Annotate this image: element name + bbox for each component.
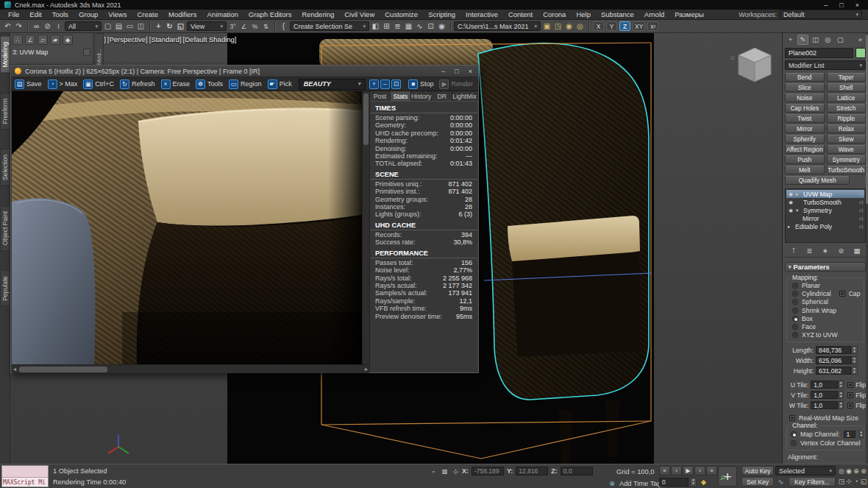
go-to-end-icon[interactable]: » <box>706 466 717 475</box>
modifier-button[interactable]: Push <box>785 155 825 164</box>
zoom-region-icon[interactable]: ◳ <box>838 476 845 486</box>
map-channel-row[interactable]: Map Channel: 1 <box>791 429 864 439</box>
named-selection-set-dropdown[interactable]: Create Selection Se <box>290 21 369 31</box>
quadify-mesh-button[interactable]: Quadify Mesh <box>785 176 850 185</box>
axis-x-button[interactable]: X <box>593 21 604 31</box>
modifier-button[interactable]: Ripple <box>827 114 867 123</box>
play-icon[interactable]: ▶ <box>683 466 694 475</box>
u-flip-checkbox[interactable] <box>847 382 853 388</box>
mapping-option-cylindrical[interactable]: CylindricalCap <box>792 289 864 297</box>
modifier-button[interactable]: Mirror <box>785 124 825 133</box>
real-world-map-size-row[interactable]: Real-World Map Size <box>789 414 866 422</box>
enable-toggle-icon[interactable]: ◁ <box>859 199 863 205</box>
ribbon-tab-freeform[interactable]: Freeform <box>0 93 10 130</box>
pick-button[interactable]: ☛Pick <box>266 78 295 90</box>
viewport-label-segment[interactable]: [Perspective] <box>107 35 148 43</box>
vfb-restore-button[interactable]: □ <box>455 68 458 75</box>
width-field[interactable]: 625,096 <box>816 356 851 364</box>
w-tile-field[interactable]: 1,0 <box>811 401 838 409</box>
modifier-button[interactable]: Twist <box>785 114 825 123</box>
stack-item-mirror[interactable]: Mirror ◁ <box>786 214 864 222</box>
enable-toggle-icon[interactable]: ◁ <box>859 216 863 222</box>
ribbon-mini-button[interactable] <box>83 49 90 56</box>
z-coordinate-field[interactable]: 0,0 <box>561 467 593 475</box>
modifier-list-dropdown[interactable]: Modifier List <box>785 60 866 70</box>
menu-item[interactable]: Customize <box>380 10 423 18</box>
render-production-icon[interactable]: ◉ <box>563 21 574 32</box>
maxscript-mini-listener[interactable]: MAXScript Mi <box>1 465 49 487</box>
modifier-button[interactable]: Taper <box>827 73 867 82</box>
parameters-rollout-header[interactable]: ▾ Parameters <box>785 262 866 272</box>
x-coordinate-field[interactable]: -758,189 <box>472 467 504 475</box>
menu-item[interactable]: Graph Editors <box>243 10 297 18</box>
redo-icon[interactable]: ↷ <box>13 21 24 32</box>
pan-icon[interactable]: ⊹ <box>845 476 853 486</box>
erase-button[interactable]: ×Erase <box>160 78 193 90</box>
tab-lightmix[interactable]: LightMix <box>452 91 477 101</box>
menu-item[interactable]: Tools <box>47 10 74 18</box>
select-and-scale-icon[interactable]: ◱ <box>175 21 186 32</box>
u-tile-field[interactable]: 1,0 <box>811 381 838 389</box>
set-key-mode-icon[interactable]: ∿ <box>775 477 786 487</box>
edit-named-selection-icon[interactable]: { <box>278 21 289 32</box>
maxscript-listener-row[interactable]: MAXScript Mi <box>2 477 48 487</box>
vertex-mode-icon[interactable]: ∴ <box>13 35 23 45</box>
viewport-label-segment[interactable]: [Standard] <box>149 35 182 43</box>
modifier-button[interactable]: Affect Region <box>785 145 825 154</box>
enable-toggle-icon[interactable]: ◁ <box>859 191 863 197</box>
save-button[interactable]: ▤Save <box>13 78 45 90</box>
height-field[interactable]: 631,082 <box>816 367 851 375</box>
mapping-option-xyz-to-uvw[interactable]: XYZ to UVW <box>792 331 864 339</box>
vfb-hscroll-thumb[interactable] <box>19 367 107 372</box>
v-flip-checkbox[interactable] <box>847 392 853 398</box>
maxscript-macro-row[interactable] <box>2 466 48 477</box>
axis-z-button[interactable]: Z <box>619 21 630 31</box>
ribbon-tab-selection[interactable]: Selection <box>0 149 10 186</box>
auto-key-button[interactable]: Auto Key <box>741 466 774 475</box>
menu-item[interactable]: Help <box>571 10 596 18</box>
layer-manager-icon[interactable]: ≣ <box>392 21 403 32</box>
region-button[interactable]: ▭Region <box>227 78 265 90</box>
width-spinner[interactable] <box>851 356 858 364</box>
element-mode-icon[interactable]: ◆ <box>63 35 73 45</box>
axis-plane-flyout-button[interactable]: xʸ <box>647 21 658 31</box>
modifier-button[interactable]: Skew <box>827 135 867 144</box>
vfb-title-bar[interactable]: Corona 5 (Hotfix 2) | 625×625px (2:1) | … <box>11 66 478 77</box>
height-spinner[interactable] <box>851 367 858 375</box>
modify-tab-icon[interactable]: ✎ <box>797 35 808 45</box>
modifier-button[interactable]: Cap Holes <box>785 104 825 113</box>
menu-item[interactable]: Scripting <box>423 10 460 18</box>
spinner-snap-icon[interactable]: ⇅ <box>260 21 271 32</box>
modifier-button[interactable]: Wave <box>827 145 867 154</box>
menu-item[interactable]: Interactive <box>460 10 503 18</box>
menu-item[interactable]: Content <box>503 10 538 18</box>
ribbon-tab-populate[interactable]: Populate <box>0 270 10 307</box>
menu-item[interactable]: Group <box>74 10 103 18</box>
frame-spinner[interactable] <box>690 478 697 487</box>
mapping-option-face[interactable]: Face <box>792 322 864 330</box>
axis-xy-button[interactable]: XY <box>633 21 645 31</box>
zoom-icon[interactable]: ◎ <box>838 466 845 475</box>
y-coordinate-field[interactable]: 12,816 <box>516 467 548 475</box>
vfb-vertical-scrollbar[interactable] <box>362 91 369 364</box>
orbit-icon[interactable]: ◔ <box>853 476 860 486</box>
set-key-button[interactable]: Set Key <box>741 477 774 487</box>
reference-coordinate-dropdown[interactable]: View <box>187 21 227 31</box>
polygon-mode-icon[interactable]: ▰ <box>50 35 60 45</box>
cap-checkbox[interactable] <box>839 291 845 297</box>
vfb-vscroll-thumb[interactable] <box>363 93 369 145</box>
stack-item-editable-poly[interactable]: ▸ Editable Poly ◁ <box>786 222 864 230</box>
object-color-swatch[interactable] <box>855 48 866 58</box>
expand-icon[interactable]: ▸ <box>788 224 793 230</box>
enable-toggle-icon[interactable]: ◁ <box>859 208 863 213</box>
modifier-button[interactable]: Symmetry <box>827 155 867 164</box>
add-time-tag[interactable]: ⊕ Add Time Tag <box>608 478 661 488</box>
axis-y-button[interactable]: Y <box>606 21 617 31</box>
snaps-toggle-icon[interactable]: 3° <box>227 21 238 32</box>
menu-item[interactable]: Substance <box>596 10 639 18</box>
angle-snap-icon[interactable]: ∠ <box>238 21 249 32</box>
go-to-start-icon[interactable]: « <box>659 466 670 475</box>
mapping-option-planar[interactable]: Planar <box>792 281 864 289</box>
u-tile-spinner[interactable] <box>838 381 844 389</box>
bind-to-space-warp-icon[interactable]: ≀ <box>53 21 64 32</box>
